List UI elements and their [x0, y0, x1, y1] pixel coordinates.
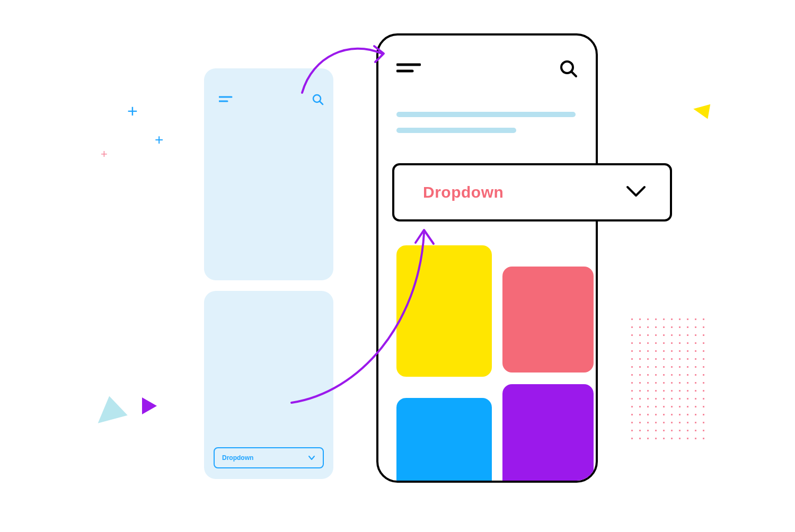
- plus-icon: +: [155, 131, 163, 148]
- plus-icon: +: [101, 147, 108, 161]
- placeholder-line: [396, 112, 576, 117]
- plus-icon: +: [127, 101, 138, 121]
- menu-icon[interactable]: [396, 63, 421, 76]
- triangle-icon: [692, 102, 710, 119]
- chevron-down-icon: [625, 184, 647, 201]
- dropdown-label: Dropdown: [222, 454, 253, 462]
- chevron-down-icon: [308, 454, 315, 462]
- triangle-icon: [142, 397, 157, 414]
- svg-line-7: [571, 72, 576, 76]
- arrow-icon: [297, 34, 392, 100]
- mini-dropdown[interactable]: Dropdown: [214, 447, 324, 468]
- content-card[interactable]: [502, 384, 594, 483]
- menu-icon[interactable]: [219, 96, 233, 105]
- dropdown-label: Dropdown: [423, 183, 504, 201]
- dropdown[interactable]: Dropdown: [392, 163, 672, 221]
- search-icon[interactable]: [560, 60, 578, 80]
- triangle-icon: [92, 393, 127, 423]
- arrow-icon: [286, 217, 445, 415]
- placeholder-line: [396, 128, 516, 133]
- dot-grid-decoration: [628, 315, 708, 440]
- illustration-stage: + + + Dropdown: [0, 0, 795, 532]
- svg-line-3: [320, 101, 323, 104]
- content-card[interactable]: [502, 267, 594, 373]
